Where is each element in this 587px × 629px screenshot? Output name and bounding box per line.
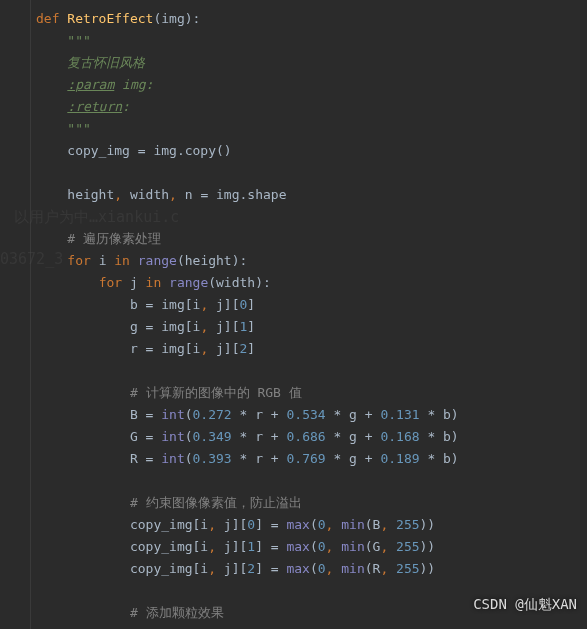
code-line: for j in range(width): bbox=[36, 272, 587, 294]
code-line: b = img[i, j][0] bbox=[36, 294, 587, 316]
code-line: # 计算新的图像中的 RGB 值 bbox=[36, 382, 587, 404]
code-line: B = int(0.272 * r + 0.534 * g + 0.131 * … bbox=[36, 404, 587, 426]
code-line bbox=[36, 470, 587, 492]
code-line: G = int(0.349 * r + 0.686 * g + 0.168 * … bbox=[36, 426, 587, 448]
code-line: 复古怀旧风格 bbox=[36, 52, 587, 74]
code-line: copy_img[i, j][1] = max(0, min(G, 255)) bbox=[36, 536, 587, 558]
code-line: r = img[i, j][2] bbox=[36, 338, 587, 360]
code-block: def RetroEffect(img): """ 复古怀旧风格 :param … bbox=[0, 0, 587, 629]
code-line: for i in range(height): bbox=[36, 250, 587, 272]
code-line: copy_img[i, j][2] = max(0, min(R, 255)) bbox=[36, 558, 587, 580]
code-line: # 约束图像像素值，防止溢出 bbox=[36, 492, 587, 514]
code-line: :return: bbox=[36, 96, 587, 118]
gutter bbox=[0, 0, 31, 629]
attribution: CSDN @仙魁XAN bbox=[473, 593, 577, 615]
code-line: R = int(0.393 * r + 0.769 * g + 0.189 * … bbox=[36, 448, 587, 470]
code-line: g = img[i, j][1] bbox=[36, 316, 587, 338]
code-line: :param img: bbox=[36, 74, 587, 96]
code-line bbox=[36, 206, 587, 228]
code-line: """ bbox=[36, 118, 587, 140]
code-line bbox=[36, 162, 587, 184]
code-line: """ bbox=[36, 30, 587, 52]
code-line: copy_img = img.copy() bbox=[36, 140, 587, 162]
code-line: copy_img[i, j][0] = max(0, min(B, 255)) bbox=[36, 514, 587, 536]
code-line: # 遍历像素处理 bbox=[36, 228, 587, 250]
code-line: def RetroEffect(img): bbox=[36, 8, 587, 30]
code-line bbox=[36, 360, 587, 382]
code-line: height, width, n = img.shape bbox=[36, 184, 587, 206]
